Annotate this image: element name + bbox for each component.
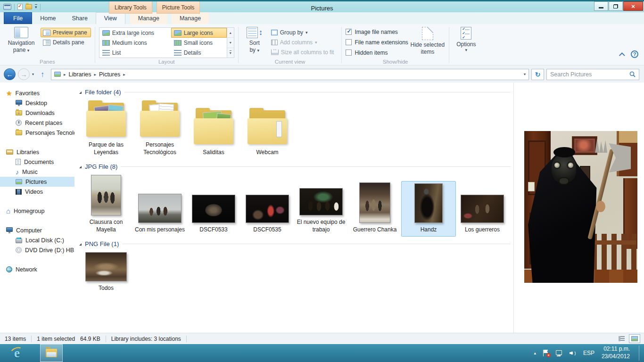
sidebar-item-dvd-drive[interactable]: DVD Drive (D:) HB1_ [0, 245, 74, 255]
volume-icon[interactable] [570, 350, 576, 356]
file-item-dscf0533[interactable]: DSCF0533 [187, 193, 240, 237]
preview-pane-icon [43, 30, 50, 36]
layout-large-icons[interactable]: Large icons [171, 28, 227, 38]
taskbar: e ▴ × ESP 02:11 p.m. 23/04/2012 [0, 344, 644, 362]
layout-extra-large-icons[interactable]: Extra large icons [99, 28, 171, 38]
gallery-expand-button[interactable]: ▾ [227, 48, 234, 58]
file-explorer-icon [46, 349, 57, 357]
address-history-caret-icon[interactable]: ▾ [524, 73, 526, 76]
file-name-extensions-checkbox[interactable]: File name extensions [346, 37, 408, 47]
sidebar-item-favorites[interactable]: ★Favorites [0, 88, 74, 98]
help-icon[interactable]: ? [631, 50, 638, 58]
checkbox-icon [346, 49, 352, 56]
file-item-saliditas[interactable]: Saliditas [187, 106, 240, 159]
action-center-icon[interactable]: × [543, 350, 549, 356]
sidebar-item-local-disk[interactable]: Local Disk (C:) [0, 235, 74, 245]
sidebar-item-network[interactable]: Network [0, 264, 74, 274]
minimize-button[interactable] [594, 1, 608, 11]
search-box[interactable] [546, 69, 639, 80]
gallery-scroll-up-button[interactable]: ▴ [227, 28, 234, 38]
group-header-png[interactable]: PNG File (1) [79, 240, 511, 247]
address-field[interactable]: ▸ Libraries ▸ Pictures ▸ ▾ [51, 69, 529, 80]
items-count: 13 items [5, 336, 26, 342]
sidebar-item-recent-places[interactable]: Recent places [0, 118, 74, 128]
details-pane-icon [43, 40, 50, 46]
group-by-button[interactable]: Group by ▾ [269, 28, 338, 37]
clock[interactable]: 02:11 p.m. 23/04/2012 [602, 346, 632, 360]
show-hidden-icons-button[interactable]: ▴ [534, 351, 536, 355]
file-item-todos[interactable]: Todos [79, 250, 133, 295]
file-item-handz-selected[interactable]: Handz [402, 181, 455, 237]
file-item-losguerreros[interactable]: Los guerreros [455, 193, 509, 237]
tab-home[interactable]: Home [32, 12, 64, 24]
close-icon: × [631, 3, 635, 10]
hide-selected-items-button[interactable]: Hide selected items [410, 26, 445, 56]
recent-pages-caret-icon[interactable]: ▾ [32, 73, 34, 76]
search-icon[interactable] [629, 71, 636, 77]
main-area: ★Favorites Desktop Downloads Recent plac… [0, 82, 644, 333]
close-button[interactable]: × [623, 1, 643, 11]
new-folder-icon[interactable] [25, 4, 32, 9]
sidebar-item-computer[interactable]: Computer [0, 225, 74, 235]
group-header-jpg[interactable]: JPG File (8) [79, 163, 511, 170]
sidebar-item-downloads[interactable]: Downloads [0, 108, 74, 118]
sidebar-item-music[interactable]: ♪Music [0, 167, 74, 177]
layout-small-icons[interactable]: Small icons [171, 38, 227, 48]
tab-manage-picture[interactable]: Manage [172, 12, 209, 24]
hard-disk-icon [16, 239, 22, 243]
layout-medium-icons[interactable]: Medium icons [99, 38, 171, 48]
hidden-items-checkbox[interactable]: Hidden items [346, 48, 408, 58]
search-input[interactable] [550, 71, 627, 78]
details-pane-button[interactable]: Details pane [41, 38, 91, 47]
tab-share[interactable]: Share [64, 12, 96, 24]
up-button[interactable]: ↑ [36, 69, 49, 80]
image-file-names-checkbox[interactable]: Image file names [346, 27, 408, 37]
file-explorer-button[interactable] [40, 344, 63, 362]
forward-button[interactable]: → [18, 68, 30, 80]
qat-customize-caret-icon[interactable]: ▾ [35, 4, 37, 9]
layout-details[interactable]: Details [171, 48, 227, 58]
properties-icon[interactable] [17, 4, 23, 10]
sidebar-item-libraries[interactable]: Libraries [0, 147, 74, 157]
gallery-scroll-down-button[interactable]: ▾ [227, 38, 234, 48]
thumbnail-view-button[interactable] [629, 334, 640, 343]
breadcrumb-libraries[interactable]: Libraries [69, 71, 91, 78]
file-item-parque[interactable]: Parque de las Leyendas [79, 99, 133, 159]
tab-manage-library[interactable]: Manage [130, 12, 167, 24]
file-item-guerrero[interactable]: Guerrero Chanka [348, 181, 402, 237]
sidebar-item-desktop[interactable]: Desktop [0, 98, 74, 108]
sidebar-item-documents[interactable]: Documents [0, 157, 74, 167]
file-item-webcam[interactable]: Webcam [240, 106, 294, 159]
minimize-ribbon-icon[interactable] [619, 52, 625, 58]
internet-explorer-button[interactable]: e [6, 344, 28, 362]
language-indicator[interactable]: ESP [583, 350, 594, 356]
file-item-conmis[interactable]: Con mis personajes [133, 192, 187, 237]
png-row: Todos [79, 250, 513, 295]
tab-file[interactable]: File [4, 12, 32, 24]
file-item-elnuevo[interactable]: El nuevo equipo de trabajo [294, 186, 348, 236]
file-item-personajes[interactable]: Personajes Tecnológicos [133, 99, 187, 159]
sidebar-item-homegroup[interactable]: ⌂Homegroup [0, 206, 74, 216]
sidebar-item-pictures[interactable]: Pictures [0, 177, 74, 187]
folder-row: Parque de las Leyendas Personajes Tecnol… [79, 99, 513, 159]
navigation-pane-button[interactable]: Navigation pane ▾ [4, 26, 39, 54]
tab-view[interactable]: View [96, 12, 125, 24]
restore-button[interactable] [609, 1, 623, 11]
refresh-button[interactable]: ↻ [531, 69, 544, 80]
breadcrumb-pictures[interactable]: Pictures [99, 71, 120, 78]
back-button[interactable]: ← [4, 68, 16, 80]
photo-thumbnail [299, 188, 343, 215]
group-header-file-folder[interactable]: File folder (4) [79, 89, 511, 96]
library-locations[interactable]: Library includes: 3 locations [111, 336, 181, 342]
show-desktop-button[interactable] [639, 346, 642, 360]
sort-by-button[interactable]: ↕ Sort by ▾ [242, 26, 267, 54]
details-view-button[interactable] [616, 334, 627, 343]
file-item-dscf0535[interactable]: DSCF0535 [240, 193, 294, 237]
preview-pane-button[interactable]: Preview pane [41, 28, 91, 37]
sidebar-item-videos[interactable]: Videos [0, 187, 74, 197]
options-button[interactable]: Options ▾ [453, 26, 479, 52]
layout-list[interactable]: List [99, 48, 171, 58]
file-item-clausura[interactable]: Clausura con Mayella [79, 173, 133, 236]
network-tray-icon[interactable] [556, 350, 562, 356]
sidebar-item-personajes[interactable]: Personajes Tecnológ [0, 128, 74, 138]
